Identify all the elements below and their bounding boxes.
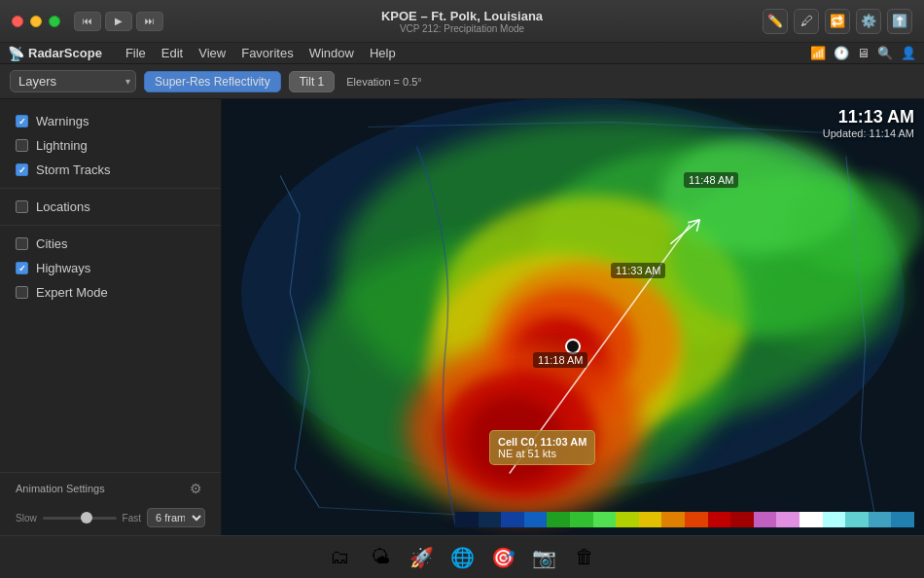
menu-window[interactable]: Window	[302, 44, 362, 62]
station-title[interactable]: KPOE – Ft. Polk, Louisiana	[381, 9, 543, 23]
main-time: 11:13 AM	[823, 107, 914, 127]
sidebar-item-expert-mode[interactable]: Expert Mode	[0, 280, 221, 305]
titlebar-center: KPOE – Ft. Polk, Louisiana VCP 212: Prec…	[381, 9, 543, 34]
expert-mode-label: Expert Mode	[36, 285, 108, 300]
radar-area[interactable]: 11:13 AM Updated: 11:14 AM 11:48 AM 11:3…	[222, 99, 924, 535]
color-scale-segment	[800, 512, 823, 527]
window-controls	[0, 16, 60, 27]
frames-select[interactable]: 6 frames 12 frames 18 frames	[147, 508, 205, 527]
dock-icon-safari[interactable]: 🌐	[445, 541, 479, 574]
dock-icon-photos[interactable]: 📷	[527, 541, 560, 574]
expert-mode-checkbox[interactable]	[16, 286, 28, 299]
slow-label: Slow	[16, 513, 37, 524]
clock-icon: 🕐	[834, 46, 849, 60]
cell-popup-title: Cell C0, 11:03 AM	[498, 436, 586, 448]
time-overlay: 11:13 AM Updated: 11:14 AM	[823, 107, 914, 139]
highways-label: Highways	[36, 261, 90, 275]
sidebar-item-cities[interactable]: Cities	[0, 232, 221, 256]
edit-icon[interactable]: ✏️	[763, 9, 788, 34]
elevation-label: Elevation = 0.5°	[346, 76, 421, 88]
color-scale-segment	[730, 512, 754, 527]
draw-icon[interactable]: 🖊	[794, 9, 819, 34]
media-controls: ⏮ ▶ ⏭	[74, 12, 163, 31]
color-scale-segment	[869, 512, 892, 527]
divider-2	[0, 225, 221, 226]
lightning-label: Lightning	[36, 138, 88, 153]
color-scale-segment	[479, 512, 502, 527]
color-scale-segment	[754, 512, 777, 527]
menu-view[interactable]: View	[191, 44, 233, 62]
animation-settings-label: Animation Settings	[16, 483, 105, 494]
color-scale-segment	[547, 512, 570, 527]
menu-file[interactable]: File	[118, 44, 154, 62]
svg-point-17	[788, 176, 924, 273]
layers-select[interactable]: Layers	[10, 70, 136, 92]
minimize-button[interactable]	[30, 16, 42, 27]
color-scale-segment	[891, 512, 914, 527]
highways-checkbox[interactable]	[16, 262, 28, 274]
settings-icon[interactable]: ⚙️	[856, 9, 881, 34]
sidebar-content: Warnings Lightning Storm Tracks Location…	[0, 99, 221, 472]
radar-visualization	[222, 99, 924, 535]
dock-icon-rocket[interactable]: 🚀	[405, 541, 438, 574]
close-button[interactable]	[12, 16, 23, 27]
locations-checkbox[interactable]	[16, 200, 28, 213]
svg-point-19	[566, 340, 580, 353]
play-button[interactable]: ▶	[105, 12, 132, 31]
lightning-checkbox[interactable]	[16, 139, 28, 152]
search-icon[interactable]: 🔍	[877, 46, 893, 60]
user-icon: 👤	[901, 46, 916, 60]
color-scale-segment	[685, 512, 708, 527]
menu-edit[interactable]: Edit	[154, 44, 191, 62]
storm-tracks-checkbox[interactable]	[16, 163, 28, 176]
dock-icon-weather[interactable]: 🌤	[364, 541, 397, 574]
updated-time: Updated: 11:14 AM	[823, 127, 914, 139]
layers-select-wrapper: Layers ▾	[10, 70, 136, 92]
vcp-subtitle: VCP 212: Precipitation Mode	[381, 23, 543, 34]
color-scale-segment	[661, 512, 685, 527]
dock-icon-radar[interactable]: 🎯	[486, 541, 519, 574]
sidebar: Warnings Lightning Storm Tracks Location…	[0, 99, 222, 535]
color-scale-segment	[845, 512, 869, 527]
share-icon[interactable]: ⬆️	[887, 9, 912, 34]
color-scale-segment	[570, 512, 593, 527]
sidebar-item-storm-tracks[interactable]: Storm Tracks	[0, 158, 221, 182]
color-scale-segment	[776, 512, 800, 527]
display-icon: 🖥	[857, 46, 870, 60]
speed-thumb[interactable]	[81, 512, 92, 524]
cities-checkbox[interactable]	[16, 237, 28, 250]
animation-gear-icon[interactable]: ⚙	[190, 481, 205, 496]
loop-icon[interactable]: 🔁	[825, 9, 850, 34]
cities-label: Cities	[36, 236, 68, 251]
speed-row: Slow Fast 6 frames 12 frames 18 frames	[0, 504, 221, 535]
warnings-checkbox[interactable]	[16, 115, 28, 127]
color-scale-segment	[524, 512, 548, 527]
color-scale-segment	[708, 512, 731, 527]
animation-footer: Animation Settings ⚙	[0, 472, 221, 504]
sidebar-item-lightning[interactable]: Lightning	[0, 133, 221, 158]
cell-popup[interactable]: Cell C0, 11:03 AM NE at 51 kts	[489, 430, 595, 465]
app-name: 📡 RadarScope	[8, 46, 102, 61]
menubar-right: 📶 🕐 🖥 🔍 👤	[810, 46, 916, 60]
dock-icon-finder[interactable]: 🗂	[323, 541, 356, 574]
speed-slider[interactable]	[43, 517, 117, 520]
maximize-button[interactable]	[49, 16, 60, 27]
dock-icon-trash[interactable]: 🗑	[568, 541, 601, 574]
dock: 🗂 🌤 🚀 🌐 🎯 📷 🗑	[0, 535, 924, 578]
color-scale-segment	[455, 512, 479, 527]
color-scale-bar	[455, 512, 914, 527]
wifi-icon: 📶	[810, 46, 826, 60]
tilt-button[interactable]: Tilt 1	[289, 71, 336, 92]
divider-1	[0, 188, 221, 189]
sidebar-item-warnings[interactable]: Warnings	[0, 109, 221, 133]
reflectivity-button[interactable]: Super-Res Reflectivity	[144, 71, 281, 92]
locations-label: Locations	[36, 199, 90, 214]
rewind-button[interactable]: ⏮	[74, 12, 101, 31]
storm-tracks-label: Storm Tracks	[36, 163, 111, 177]
forward-button[interactable]: ⏭	[136, 12, 163, 31]
titlebar: ⏮ ▶ ⏭ KPOE – Ft. Polk, Louisiana VCP 212…	[0, 0, 924, 43]
sidebar-item-highways[interactable]: Highways	[0, 256, 221, 280]
menu-help[interactable]: Help	[362, 44, 404, 62]
sidebar-item-locations[interactable]: Locations	[0, 195, 221, 219]
menu-favorites[interactable]: Favorites	[233, 44, 301, 62]
